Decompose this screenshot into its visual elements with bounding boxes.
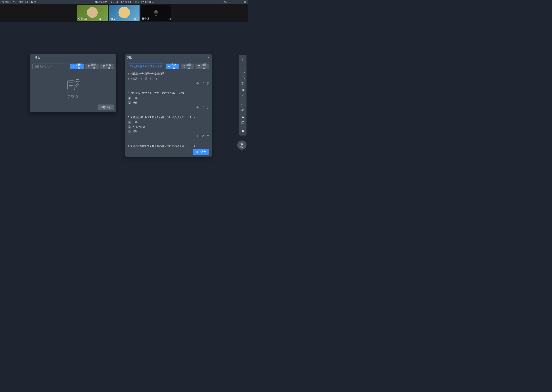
video-strip: 叮当老师 ◉ × Nina ◉ × 王小明 bbox=[0, 4, 248, 22]
video-name-label: 王小明 bbox=[142, 17, 149, 20]
add-short-answer-button[interactable]: 简答题 bbox=[100, 63, 114, 69]
close-icon[interactable] bbox=[243, 0, 247, 4]
person-tool[interactable] bbox=[240, 114, 246, 119]
svg-rect-25 bbox=[198, 65, 200, 67]
class-title: 神秘大自然 bbox=[95, 0, 107, 4]
eraser-tool[interactable] bbox=[240, 87, 246, 92]
svg-point-30 bbox=[242, 82, 242, 83]
minimize-icon[interactable] bbox=[233, 0, 237, 4]
svg-line-34 bbox=[242, 83, 243, 84]
dialog-title: 测验 bbox=[127, 56, 132, 59]
quiz-name-input[interactable] bbox=[32, 63, 69, 69]
video-name-label: Nina bbox=[110, 18, 115, 20]
svg-point-35 bbox=[242, 95, 243, 96]
question-item: 4 [多选题] 施华洛世奇是反华品牌，所以梁鼎琪反华。 （2分） A是的 B不完… bbox=[128, 144, 209, 147]
video-tile-student[interactable]: × Nina ◉ bbox=[109, 5, 139, 21]
network-status: 网络状态：良好 bbox=[19, 0, 36, 4]
svg-rect-0 bbox=[224, 1, 225, 3]
svg-point-31 bbox=[242, 84, 242, 84]
quiz-name-input[interactable] bbox=[128, 63, 164, 69]
mic-on-icon bbox=[137, 17, 139, 20]
folder-tool[interactable] bbox=[240, 102, 246, 107]
question-item: 1 [简答题] 一年四季分别是哪四季? 参考答案：春、夏、秋、冬 bbox=[128, 72, 209, 88]
mic-muted-icon bbox=[163, 17, 165, 20]
svg-point-38 bbox=[242, 116, 243, 117]
tool-sidebar: T bbox=[239, 55, 247, 135]
video-tile-student-camera-off[interactable]: × 王小明 bbox=[141, 5, 171, 21]
move-icon[interactable] bbox=[196, 82, 199, 85]
question-item: 3 [单选题] 施华洛世奇是反华品牌，所以梁鼎琪反华。 （2分） A正确 B不完… bbox=[128, 116, 209, 141]
chat-tool[interactable] bbox=[240, 120, 246, 125]
add-multiple-choice-button[interactable]: 选择题 bbox=[85, 63, 99, 69]
laser-tool[interactable] bbox=[240, 93, 246, 98]
empty-quiz-state: 暂无试题 bbox=[32, 72, 114, 100]
pointer-tool[interactable] bbox=[240, 56, 246, 62]
svg-marker-37 bbox=[243, 110, 243, 111]
dialog-title: 测验 bbox=[35, 56, 40, 59]
svg-line-33 bbox=[243, 84, 244, 84]
svg-point-11 bbox=[88, 65, 90, 68]
camera-icon: ◉ bbox=[134, 17, 136, 20]
option-item[interactable]: A正确 bbox=[128, 97, 209, 100]
question-list: 1 [简答题] 一年四季分别是哪四季? 参考答案：春、夏、秋、冬 2 [判断题] bbox=[128, 72, 209, 147]
delete-icon[interactable] bbox=[206, 82, 209, 85]
camera-toggle-icon[interactable] bbox=[224, 0, 226, 4]
video-tile-teacher[interactable]: 叮当老师 ◉ bbox=[77, 5, 108, 21]
option-item[interactable]: B不完全正确 bbox=[128, 125, 209, 129]
svg-point-17 bbox=[77, 79, 78, 80]
svg-point-2 bbox=[230, 2, 230, 2]
signal-bars-icon bbox=[105, 18, 107, 20]
top-status-bar: 丢包率：0% 网络状态：良好 神秘大自然 已上课：02:34:09 ID：202… bbox=[0, 0, 248, 4]
pen-tool[interactable] bbox=[240, 69, 246, 74]
edit-icon[interactable] bbox=[201, 106, 204, 109]
svg-marker-19 bbox=[76, 81, 77, 82]
option-item[interactable]: C错误 bbox=[128, 130, 209, 133]
add-true-false-button[interactable]: 判断题 bbox=[166, 63, 179, 69]
svg-point-18 bbox=[78, 79, 79, 80]
quiz-dialog-filled: 测验 × 判断题 选择题 简答题 1 [简答题] 一年 bbox=[125, 54, 212, 157]
text-tool[interactable]: T bbox=[240, 75, 246, 80]
bell-tool[interactable] bbox=[240, 129, 246, 134]
close-icon[interactable]: × bbox=[112, 56, 114, 59]
maximize-icon[interactable] bbox=[239, 0, 241, 4]
delete-icon[interactable] bbox=[206, 106, 209, 109]
move-icon[interactable] bbox=[196, 106, 199, 109]
delete-icon[interactable] bbox=[206, 135, 209, 138]
save-quiz-button[interactable]: 保存试卷 bbox=[98, 105, 114, 110]
elapsed-time: 已上课：02:34:09 bbox=[111, 0, 131, 4]
add-multiple-choice-button[interactable]: 选择题 bbox=[181, 63, 194, 69]
scissors-tool[interactable] bbox=[240, 81, 246, 86]
packet-loss: 丢包率：0% bbox=[2, 0, 15, 4]
mic-on-icon bbox=[102, 17, 104, 20]
signal-bars-icon bbox=[168, 18, 171, 20]
hand-icon bbox=[240, 142, 244, 146]
add-true-false-button[interactable]: 判断题 bbox=[70, 63, 84, 69]
svg-point-16 bbox=[76, 79, 77, 80]
edit-icon[interactable] bbox=[201, 135, 204, 138]
svg-point-24 bbox=[183, 65, 185, 68]
empty-text: 暂无试题 bbox=[68, 95, 78, 98]
option-item[interactable]: B错误 bbox=[128, 101, 209, 105]
option-item[interactable]: A正确 bbox=[128, 121, 209, 124]
video-close-icon[interactable]: × bbox=[169, 5, 171, 8]
camera-off-icon bbox=[152, 9, 160, 18]
svg-point-8 bbox=[155, 11, 157, 13]
move-tool[interactable] bbox=[240, 63, 246, 68]
add-short-answer-button[interactable]: 简答题 bbox=[196, 63, 209, 69]
question-item: 2 [判断题] 我国宪法上一次更新是在2020年。 （2分） A正确 B错误 bbox=[128, 91, 209, 112]
edit-icon[interactable] bbox=[201, 82, 204, 85]
settings-icon[interactable] bbox=[228, 0, 232, 4]
mic-icon bbox=[166, 17, 168, 20]
session-id: ID：2020070324 bbox=[135, 0, 153, 4]
save-quiz-button[interactable]: 保存试卷 bbox=[193, 149, 209, 155]
move-icon[interactable] bbox=[196, 135, 199, 138]
close-icon[interactable]: × bbox=[208, 56, 209, 59]
svg-marker-1 bbox=[225, 2, 226, 2]
back-icon[interactable] bbox=[32, 56, 34, 59]
video-name-label: 叮当老师 bbox=[78, 17, 87, 20]
video-close-icon[interactable]: × bbox=[138, 5, 139, 8]
quiz-dialog-empty: 测验 × 判断题 选择题 简答题 bbox=[30, 54, 116, 112]
handraise-count: 0/2 bbox=[240, 146, 243, 148]
handraise-bubble[interactable]: 0/2 bbox=[237, 140, 247, 150]
media-tool[interactable] bbox=[240, 108, 246, 113]
